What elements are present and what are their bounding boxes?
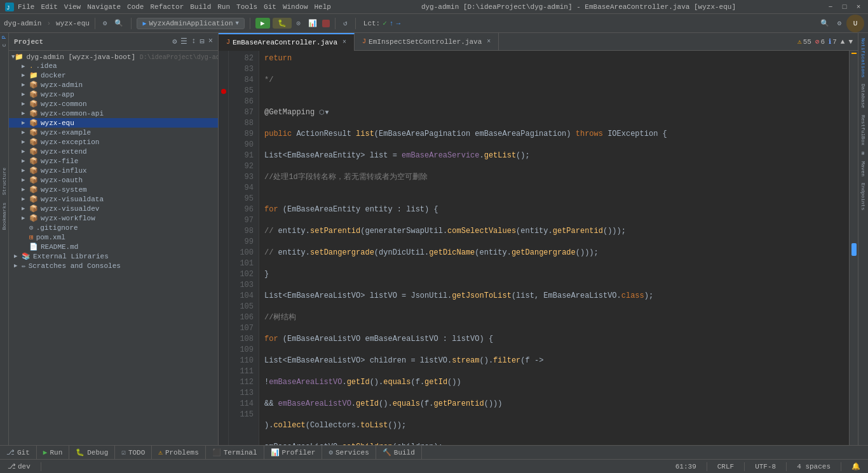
tab-git[interactable]: ⎇ Git [0,446,37,460]
tab-profiler[interactable]: 📊 Profiler [264,446,323,460]
line-num-99: 99 [231,237,254,248]
reload-button[interactable]: ↺ [341,18,350,29]
stop-button[interactable] [322,20,330,27]
window-controls[interactable]: − □ × [826,3,863,11]
run-config-selector[interactable]: ▶ WyzxAdminApplication ▼ [137,18,244,29]
endpoints-tab[interactable]: Endpoints [860,180,866,213]
menu-bar[interactable]: File Edit View Navigate Code Refactor Bu… [18,3,331,11]
line-num-103: 103 [231,280,254,291]
root-label: dyg-admin [wyzx-java-boot] D:\ideaProjec… [26,53,218,61]
database-tab[interactable]: Database [860,81,866,110]
tree-item-wyzx-system[interactable]: ▶ 📦 wyzx-system [9,185,218,194]
tree-item-pom[interactable]: ⊞ pom.xml [9,232,218,242]
tree-item-wyzx-visualdev[interactable]: ▶ 📦 wyzx-visualdev [9,204,218,213]
structure-tab[interactable]: Structure [1,168,7,195]
tree-item-wyzx-common[interactable]: ▶ 📦 wyzx-common [9,99,218,109]
wyzx-admin-arrow-icon: ▶ [22,81,29,88]
tree-item-wyzx-app[interactable]: ▶ 📦 wyzx-app [9,90,218,99]
tree-item-wyzx-oauth[interactable]: ▶ 📦 wyzx-oauth [9,175,218,185]
tab-services[interactable]: ⚙ Services [322,446,376,460]
status-crlf[interactable]: CRLF [715,463,736,470]
menu-edit[interactable]: Edit [41,3,57,11]
status-indent[interactable]: 4 spaces [794,463,833,470]
tree-item-wyzx-extend[interactable]: ▶ 📦 wyzx-extend [9,147,218,156]
minimize-button[interactable]: − [826,3,835,11]
tab-todo[interactable]: ☑ TODO [115,446,152,460]
tab-close-1[interactable]: × [342,39,346,46]
menu-navigate[interactable]: Navigate [87,3,121,11]
settings-button[interactable]: ⚙ [834,18,844,29]
tree-item-wyzx-workflow[interactable]: ▶ 📦 wyzx-workflow [9,213,218,223]
status-encoding[interactable]: UTF-8 [752,463,778,470]
maximize-button[interactable]: □ [840,3,849,11]
run-button[interactable]: ▶ [255,18,270,29]
tree-item-ext-libs[interactable]: ▶ 📚 External Libraries [9,251,218,261]
tree-item-wyzx-file[interactable]: ▶ 📦 wyzx-file [9,156,218,166]
tree-item-wyzx-example[interactable]: ▶ 📦 wyzx-example [9,128,218,137]
avatar[interactable]: U [846,15,864,32]
menu-window[interactable]: Window [283,3,308,11]
search-everywhere-button[interactable]: 🔍 [818,18,832,29]
line-99: && emBaseAreaListVO.getId().equals(f.get… [264,399,844,410]
sidebar-icons[interactable]: ⚙ ☰ ↕ ⊟ × [172,37,213,46]
menu-refactor[interactable]: Refactor [150,3,184,11]
tree-item-scratches[interactable]: ▶ ✏ Scratches and Consoles [9,261,218,270]
sidebar-sort-icon[interactable]: ↕ [191,37,196,46]
restfulbox-tab[interactable]: RestfulBox [860,112,866,148]
sidebar-close-icon[interactable]: × [208,37,213,46]
menu-run[interactable]: Run [217,3,230,11]
menu-build[interactable]: Build [190,3,211,11]
sidebar-settings-icon[interactable]: ⚙ [172,37,177,46]
warnings-collapse-icon[interactable]: ▼ [848,38,853,46]
tab-debug[interactable]: 🐛 Debug [69,446,115,460]
tree-item-wyzx-admin[interactable]: ▶ 📦 wyzx-admin [9,80,218,90]
line-num-105: 105 [231,302,254,312]
tree-item-wyzx-influx[interactable]: ▶ 📦 wyzx-influx [9,166,218,175]
profile-button[interactable]: 📊 [306,18,320,29]
bookmarks-tab[interactable]: Bookmarks [1,203,7,230]
tab-problems[interactable]: ⚠ Problems [152,446,205,460]
tree-item-gitignore[interactable]: ⊙ .gitignore [9,223,218,232]
close-button[interactable]: × [854,3,863,11]
tab-close-2[interactable]: × [487,38,491,45]
menu-tools[interactable]: Tools [236,3,257,11]
debug-button[interactable]: 🐛 [273,18,292,29]
tree-item-wyzx-equ[interactable]: ▶ 📦 wyzx-equ [9,118,218,128]
maven-tab[interactable]: m [860,149,866,157]
vtab-commit[interactable]: C [1,41,7,50]
warnings-expand-icon[interactable]: ▲ [841,38,845,46]
vtab-project[interactable]: P [1,33,8,41]
tab-run[interactable]: ▶ Run [37,446,69,460]
tree-root[interactable]: ▼ 📁 dyg-admin [wyzx-java-boot] D:\ideaPr… [9,52,218,62]
tab-terminal[interactable]: ⬛ Terminal [206,446,264,460]
status-notifications[interactable]: 🔔 [849,462,863,470]
coverage-button[interactable]: ⊙ [294,18,304,29]
tree-item-docker[interactable]: ▶ 📁 docker [9,70,218,80]
tree-item-readme[interactable]: 📄 README.md [9,242,218,251]
scrollbar-thumb[interactable] [851,243,857,256]
sidebar-collapse-icon[interactable]: ⊟ [200,37,205,46]
tree-item-wyzx-exception[interactable]: ▶ 📦 wyzx-exception [9,137,218,147]
line-83: */ [264,75,844,86]
tree-item-wyzx-common-api[interactable]: ▶ 📦 wyzx-common-api [9,109,218,118]
menu-code[interactable]: Code [127,3,144,11]
editor-tab-eminspect[interactable]: J EmInspectSetController.java × [355,33,499,51]
line-82: return [264,53,844,64]
maven-label-tab[interactable]: Maven [860,159,866,179]
code-content[interactable]: return */ @GetMapping ⬡▼ public ActionRe… [259,51,849,445]
status-git-branch[interactable]: ⎇ dev [5,462,33,470]
toolbar-search[interactable]: 🔍 [112,18,126,29]
tab-build[interactable]: 🔨 Build [376,446,422,460]
toolbar-settings[interactable]: ⚙ [100,18,110,29]
menu-view[interactable]: View [64,3,81,11]
notifications-tab[interactable]: Notifications [860,36,866,80]
tree-item-idea[interactable]: ▶ . .idea [9,62,218,70]
menu-file[interactable]: File [18,3,34,11]
sidebar-layout-icon[interactable]: ☰ [180,37,187,46]
menu-git[interactable]: Git [264,3,276,11]
status-line-col[interactable]: 61:39 [673,463,699,470]
editor-tab-embasearea[interactable]: J EmBaseAreaController.java × [219,33,355,51]
menu-help[interactable]: Help [315,3,331,11]
right-scrollbar[interactable] [849,51,858,445]
tree-item-wyzx-visualdata[interactable]: ▶ 📦 wyzx-visualdata [9,194,218,204]
